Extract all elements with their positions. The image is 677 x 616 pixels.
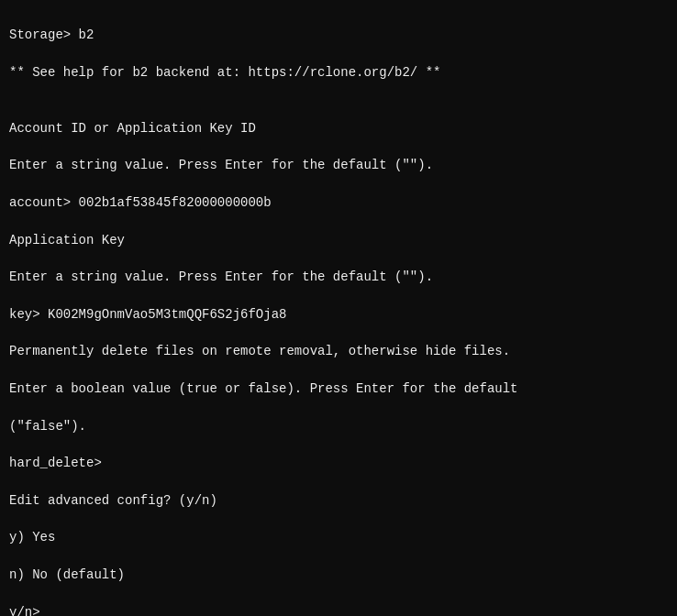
line-false: ("false"). xyxy=(9,417,668,435)
line-edit-advanced: Edit advanced config? (y/n) xyxy=(9,491,668,510)
line-help: ** See help for b2 backend at: https://r… xyxy=(9,63,668,82)
line-key-prompt: key> K002M9gOnmVao5M3tmQQF6S2j6fOja8 xyxy=(9,305,668,324)
terminal-window: Storage> b2 ** See help for b2 backend a… xyxy=(9,7,668,616)
line-enter-string1: Enter a string value. Press Enter for th… xyxy=(9,156,668,174)
line-permanently: Permanently delete files on remote remov… xyxy=(9,342,668,360)
line-account-or-key: Account ID or Application Key ID xyxy=(9,119,668,138)
line-hard-delete: hard_delete> xyxy=(9,454,668,472)
line-yn-prompt: y/n> xyxy=(9,603,668,617)
line-y-yes: y) Yes xyxy=(9,528,668,546)
line-enter-string2: Enter a string value. Press Enter for th… xyxy=(9,268,668,286)
line-account-prompt: account> 002b1af53845f82000000000b xyxy=(9,193,668,212)
line-enter-bool: Enter a boolean value (true or false). P… xyxy=(9,380,668,398)
line-storage: Storage> b2 xyxy=(9,26,668,44)
line-n-no: n) No (default) xyxy=(9,566,668,584)
line-application-key: Application Key xyxy=(9,231,668,249)
